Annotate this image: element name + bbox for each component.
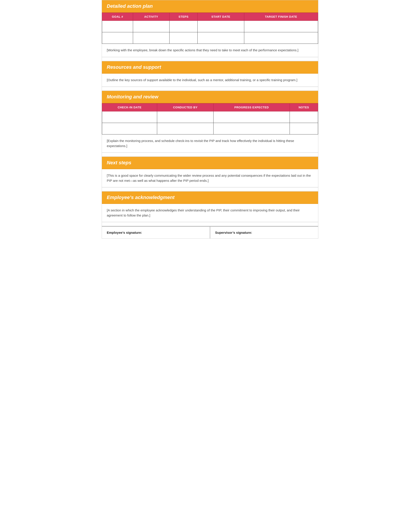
next-steps-section: Next steps [This is a good space for cle… bbox=[102, 157, 318, 188]
acknowledgment-text: [A section in which the employee acknowl… bbox=[107, 208, 313, 218]
divider-1 bbox=[102, 57, 318, 61]
next-steps-text: [This is a good space for clearly commun… bbox=[107, 173, 313, 183]
divider-5 bbox=[102, 222, 318, 226]
cell[interactable] bbox=[102, 111, 157, 123]
cell[interactable] bbox=[214, 111, 290, 123]
table-row bbox=[102, 123, 318, 134]
cell[interactable] bbox=[157, 111, 214, 123]
cell[interactable] bbox=[244, 32, 318, 44]
cell[interactable] bbox=[169, 32, 198, 44]
cell[interactable] bbox=[198, 32, 244, 44]
col-notes: NOTES bbox=[290, 104, 318, 111]
cell[interactable] bbox=[169, 21, 198, 32]
divider-4 bbox=[102, 188, 318, 191]
detailed-action-plan-body: [Working with the employee, break down t… bbox=[102, 44, 318, 57]
detailed-action-plan-section: Detailed action plan GOAL # ACTIVITY STE… bbox=[102, 0, 318, 57]
table-row bbox=[102, 32, 318, 44]
signature-row: Employee’s signature: Supervisor’s signa… bbox=[102, 226, 318, 238]
col-steps: STEPS bbox=[169, 13, 198, 21]
col-activity: ACTIVITY bbox=[133, 13, 170, 21]
monitoring-review-section: Monitoring and review CHECK-IN DATE COND… bbox=[102, 91, 318, 153]
monitoring-review-title: Monitoring and review bbox=[107, 94, 313, 100]
cell[interactable] bbox=[133, 21, 170, 32]
col-checkin-date: CHECK-IN DATE bbox=[102, 104, 157, 111]
cell[interactable] bbox=[102, 123, 157, 134]
resources-support-body: [Outline the key sources of support avai… bbox=[102, 74, 318, 87]
cell[interactable] bbox=[102, 32, 133, 44]
acknowledgment-body: [A section in which the employee acknowl… bbox=[102, 204, 318, 222]
cell[interactable] bbox=[290, 123, 318, 134]
detailed-action-plan-table-wrapper: GOAL # ACTIVITY STEPS START DATE TARGET … bbox=[102, 13, 318, 44]
col-goal-num: GOAL # bbox=[102, 13, 133, 21]
monitoring-review-table-wrapper: CHECK-IN DATE CONDUCTED BY PROGRESS EXPE… bbox=[102, 103, 318, 134]
monitoring-review-text: [Explain the monitoring process, and sch… bbox=[107, 139, 313, 148]
cell[interactable] bbox=[198, 21, 244, 32]
cell[interactable] bbox=[244, 21, 318, 32]
acknowledgment-title: Employee’s acknowledgment bbox=[107, 195, 313, 200]
resources-support-text: [Outline the key sources of support avai… bbox=[107, 78, 313, 83]
table-row bbox=[102, 111, 318, 123]
divider-2 bbox=[102, 87, 318, 91]
col-conducted-by: CONDUCTED BY bbox=[157, 104, 214, 111]
table-header-row: GOAL # ACTIVITY STEPS START DATE TARGET … bbox=[102, 13, 318, 21]
next-steps-body: [This is a good space for clearly commun… bbox=[102, 169, 318, 188]
page: Detailed action plan GOAL # ACTIVITY STE… bbox=[102, 0, 318, 239]
employee-signature-cell: Employee’s signature: bbox=[102, 227, 210, 238]
monitoring-review-body: [Explain the monitoring process, and sch… bbox=[102, 134, 318, 153]
supervisor-signature-label: Supervisor’s signature: bbox=[215, 231, 252, 234]
cell[interactable] bbox=[102, 21, 133, 32]
detailed-action-plan-text: [Working with the employee, break down t… bbox=[107, 48, 313, 53]
detailed-action-plan-title: Detailed action plan bbox=[107, 3, 313, 9]
cell[interactable] bbox=[133, 32, 170, 44]
detailed-action-plan-header: Detailed action plan bbox=[102, 0, 318, 13]
divider-3 bbox=[102, 153, 318, 157]
resources-support-header: Resources and support bbox=[102, 61, 318, 74]
next-steps-header: Next steps bbox=[102, 157, 318, 169]
monitoring-review-header: Monitoring and review bbox=[102, 91, 318, 103]
table-header-row: CHECK-IN DATE CONDUCTED BY PROGRESS EXPE… bbox=[102, 104, 318, 111]
employee-signature-label: Employee’s signature: bbox=[107, 231, 142, 234]
acknowledgment-header: Employee’s acknowledgment bbox=[102, 191, 318, 204]
col-progress-expected: PROGRESS EXPECTED bbox=[214, 104, 290, 111]
detailed-action-plan-table: GOAL # ACTIVITY STEPS START DATE TARGET … bbox=[102, 13, 318, 44]
cell[interactable] bbox=[157, 123, 214, 134]
col-target-finish-date: TARGET FINISH DATE bbox=[244, 13, 318, 21]
supervisor-signature-cell: Supervisor’s signature: bbox=[210, 227, 318, 238]
next-steps-title: Next steps bbox=[107, 160, 313, 166]
resources-support-section: Resources and support [Outline the key s… bbox=[102, 61, 318, 87]
resources-support-title: Resources and support bbox=[107, 64, 313, 70]
acknowledgment-section: Employee’s acknowledgment [A section in … bbox=[102, 191, 318, 222]
table-row bbox=[102, 21, 318, 32]
col-start-date: START DATE bbox=[198, 13, 244, 21]
cell[interactable] bbox=[214, 123, 290, 134]
monitoring-review-table: CHECK-IN DATE CONDUCTED BY PROGRESS EXPE… bbox=[102, 103, 318, 134]
cell[interactable] bbox=[290, 111, 318, 123]
